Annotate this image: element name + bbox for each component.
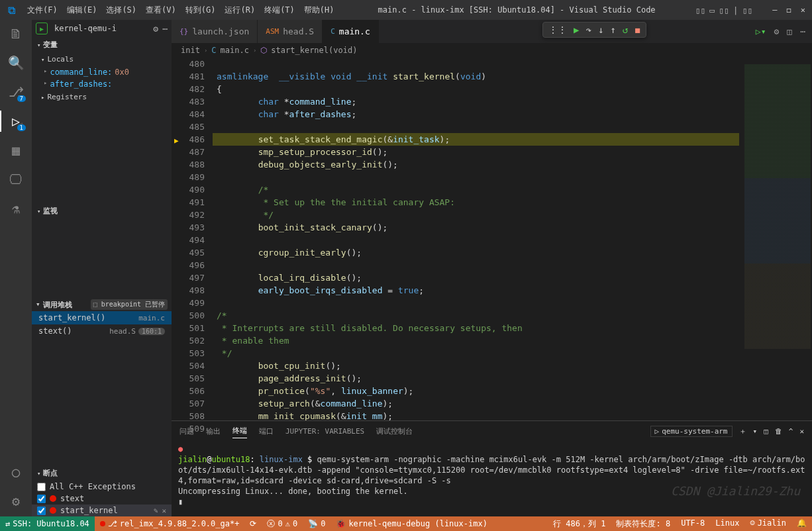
debug-sidebar: ▶ kernel-qemu-i ⚙ ⋯ ▾变量 ▾Locals ▸ comman… — [32, 20, 172, 516]
menu-item[interactable]: 帮助(H) — [300, 2, 338, 19]
bottom-panel: 问题输出终端端口JUPYTER: VARIABLES调试控制台 ▷ qemu-s… — [172, 420, 812, 516]
section-callstack[interactable]: ▾调用堆栈 ⬚ breakpoint 已暂停 — [32, 298, 172, 311]
cursor-position[interactable]: 行 486，列 1 — [548, 518, 611, 530]
more-icon[interactable]: ⋯ — [162, 24, 168, 34]
chevron-up-icon[interactable]: ^ — [789, 427, 793, 436]
editor-tab[interactable]: {}launch.json — [172, 20, 258, 43]
menu-item[interactable]: 查看(V) — [142, 2, 180, 19]
trash-icon[interactable]: 🗑 — [775, 427, 782, 436]
variable-row[interactable]: ▸ command_line: 0x0 — [41, 66, 172, 78]
minimap[interactable] — [739, 58, 812, 420]
sync-icon[interactable]: ⟳ — [244, 516, 262, 531]
debug-toolbar[interactable]: ⋮⋮ ▶ ↷ ↓ ↑ ↺ ◼ — [542, 22, 646, 38]
breakpoint-row[interactable]: start_kernel✎✕ — [32, 505, 172, 516]
indentation[interactable]: 制表符长度: 8 — [611, 518, 676, 530]
window-title: main.c - linux-imx [SSH: Ubuntu18.04] - … — [338, 5, 695, 15]
remote-icon[interactable]: 🖵 — [7, 171, 25, 188]
split-icon[interactable]: ◫ — [787, 26, 792, 36]
activity-bar: 🗎 🔍 ⎇7 ▷🐞1 ▦ 🖵 ⚗ ◯ ⚙ — [0, 20, 32, 516]
debug-config-bar[interactable]: ▶ kernel-qemu-i ⚙ ⋯ — [32, 20, 172, 37]
tab-bar: {}launch.jsonASMhead.SCmain.c ⋮⋮ ▶ ↷ ↓ ↑… — [172, 20, 812, 43]
remote-indicator[interactable]: ⇄ SSH: Ubuntu18.04 — [0, 516, 95, 531]
terminal-output[interactable]: ● jialin@ubuntu18: linux-imx $ qemu-syst… — [172, 441, 812, 516]
breadcrumb[interactable]: init› Cmain.c› ⬡start_kernel(void) — [172, 43, 812, 58]
account-icon[interactable]: ◯ — [7, 463, 25, 481]
layout-buttons[interactable]: ▯▯▭▯▯|▯▯ — [695, 5, 753, 15]
encoding[interactable]: UTF-8 — [676, 518, 710, 528]
branch-indicator[interactable]: ⎇ rel_imx_4.9.88_2.0.0_ga*+ — [95, 516, 245, 531]
window-controls[interactable]: — ◻ ✕ — [766, 5, 812, 15]
close-icon[interactable]: ✕ — [801, 5, 805, 15]
menu-bar[interactable]: 文件(F)编辑(E)选择(S)查看(V)转到(G)运行(R)终端(T)帮助(H) — [23, 2, 338, 19]
section-variables[interactable]: ▾变量 — [32, 37, 172, 52]
menu-item[interactable]: 文件(F) — [23, 2, 62, 19]
menu-item[interactable]: 编辑(E) — [63, 2, 101, 19]
gear-icon[interactable]: ⚙ — [774, 26, 780, 36]
bp-all-exceptions[interactable]: All C++ Exceptions — [32, 481, 172, 493]
feedback-icon[interactable]: ☺ Jialin — [744, 518, 791, 528]
maximize-icon[interactable]: ◻ — [787, 5, 791, 15]
search-icon[interactable]: 🔍 — [7, 54, 25, 72]
code-editor[interactable]: asmlinkage __visible void __init start_k… — [213, 58, 739, 420]
new-terminal-icon[interactable]: ＋ — [739, 426, 746, 436]
terminal-select[interactable]: ▷ qemu-system-arm — [650, 426, 733, 437]
stop-icon[interactable]: ◼ — [634, 24, 640, 35]
more-icon[interactable]: ⋯ — [800, 26, 805, 36]
callstack-frame[interactable]: stext()head.S 160:1 — [32, 324, 172, 338]
debug-icon[interactable]: ▷🐞1 — [7, 113, 25, 130]
errors-indicator[interactable]: ⓧ 0 ⚠ 0 — [262, 516, 303, 531]
explorer-icon[interactable]: 🗎 — [7, 25, 25, 42]
close-icon: ✕ — [162, 507, 166, 515]
close-panel-icon[interactable]: ✕ — [799, 427, 804, 436]
vscode-logo-icon: ⧉ — [0, 4, 23, 17]
panel-tab[interactable]: 端口 — [259, 424, 274, 438]
title-bar: ⧉ 文件(F)编辑(E)选择(S)查看(V)转到(G)运行(R)终端(T)帮助(… — [0, 0, 812, 20]
scm-icon[interactable]: ⎇7 — [7, 83, 25, 101]
split-terminal-icon[interactable]: ◫ — [764, 427, 768, 436]
editor-group: {}launch.jsonASMhead.SCmain.c ⋮⋮ ▶ ↷ ↓ ↑… — [172, 20, 812, 516]
settings-icon[interactable]: ⚙ — [7, 493, 25, 510]
editor-tab[interactable]: Cmain.c — [323, 20, 379, 43]
run-icon[interactable]: ▷▾ — [756, 26, 766, 36]
menu-item[interactable]: 选择(S) — [102, 2, 140, 19]
minimize-icon[interactable]: — — [772, 5, 777, 15]
menu-item[interactable]: 转到(G) — [181, 2, 220, 19]
menu-item[interactable]: 运行(R) — [221, 2, 259, 19]
restart-icon[interactable]: ↺ — [623, 24, 628, 35]
os[interactable]: Linux — [710, 518, 744, 528]
breakpoint-row[interactable]: stext — [32, 493, 172, 505]
bell-icon[interactable]: 🔔 — [791, 518, 812, 528]
menu-item[interactable]: 终端(T) — [260, 2, 299, 19]
editor-tab[interactable]: ASMhead.S — [258, 20, 323, 43]
testing-icon[interactable]: ⚗ — [7, 200, 25, 217]
section-watch[interactable]: ▾监视 — [32, 203, 172, 218]
section-locals[interactable]: ▾Locals — [41, 52, 172, 66]
panel-tab[interactable]: 终端 — [232, 424, 247, 438]
panel-tab[interactable]: 输出 — [206, 424, 221, 438]
extensions-icon[interactable]: ▦ — [7, 142, 25, 159]
panel-tab[interactable]: JUPYTER: VARIABLES — [285, 425, 364, 438]
line-gutter: 480481482483484485▶486487488489490491492… — [172, 58, 213, 420]
section-breakpoints[interactable]: ▾断点 — [32, 465, 172, 481]
continue-icon[interactable]: ▶ — [574, 24, 579, 35]
callstack-frame[interactable]: start_kernel()main.c — [32, 311, 172, 324]
debug-config-select[interactable]: kernel-qemu-i — [52, 23, 149, 34]
step-over-icon[interactable]: ↷ — [585, 24, 591, 35]
editor-actions[interactable]: ▷▾ ⚙ ◫ ⋯ — [749, 20, 812, 43]
variable-row[interactable]: ▸ after_dashes: — [41, 78, 172, 90]
panel-tab[interactable]: 调试控制台 — [376, 424, 413, 438]
debug-status[interactable]: 🐞 kernel-qemu-debug (linux-imx) — [330, 516, 493, 531]
start-debug-icon[interactable]: ▶ — [36, 23, 48, 34]
panel-tabs[interactable]: 问题输出终端端口JUPYTER: VARIABLES调试控制台 ▷ qemu-s… — [172, 421, 812, 441]
step-into-icon[interactable]: ↓ — [598, 24, 603, 35]
section-registers[interactable]: ▸Registers — [41, 90, 172, 104]
gear-icon[interactable]: ⚙ — [153, 24, 158, 34]
radio-indicator[interactable]: 📡 0 — [303, 516, 330, 531]
drag-handle-icon[interactable]: ⋮⋮ — [548, 24, 567, 35]
status-bar[interactable]: ⇄ SSH: Ubuntu18.04 ⎇ rel_imx_4.9.88_2.0.… — [0, 516, 812, 531]
edit-icon: ✎ — [154, 507, 158, 515]
step-out-icon[interactable]: ↑ — [610, 24, 615, 35]
